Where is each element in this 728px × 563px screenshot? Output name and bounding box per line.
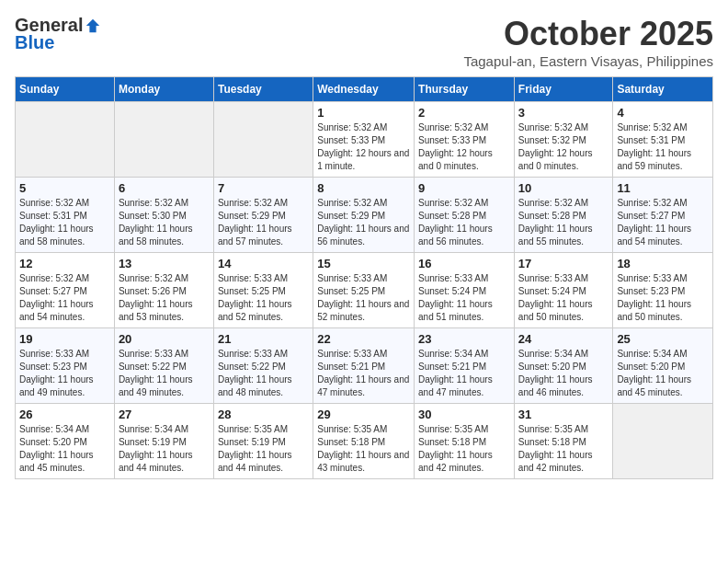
location-title: Tagapul-an, Eastern Visayas, Philippines [463, 53, 713, 69]
calendar-cell: 25Sunrise: 5:34 AMSunset: 5:20 PMDayligh… [613, 328, 713, 404]
day-number: 26 [19, 408, 110, 421]
day-info: Sunrise: 5:33 AMSunset: 5:22 PMDaylight:… [119, 348, 210, 399]
calendar-cell: 5Sunrise: 5:32 AMSunset: 5:31 PMDaylight… [16, 178, 115, 253]
day-number: 7 [218, 181, 309, 195]
logo: General Blue [15, 15, 101, 53]
week-row-5: 26Sunrise: 5:34 AMSunset: 5:20 PMDayligh… [16, 404, 713, 479]
day-info: Sunrise: 5:35 AMSunset: 5:18 PMDaylight:… [418, 423, 510, 475]
calendar-cell [613, 404, 713, 479]
day-number: 19 [19, 332, 110, 346]
day-info: Sunrise: 5:34 AMSunset: 5:21 PMDaylight:… [418, 348, 510, 399]
day-info: Sunrise: 5:32 AMSunset: 5:27 PMDaylight:… [617, 197, 709, 248]
calendar-cell: 31Sunrise: 5:35 AMSunset: 5:18 PMDayligh… [514, 404, 613, 479]
day-number: 30 [418, 408, 510, 421]
calendar-cell: 6Sunrise: 5:32 AMSunset: 5:30 PMDaylight… [114, 178, 213, 253]
calendar-cell: 2Sunrise: 5:32 AMSunset: 5:33 PMDaylight… [415, 102, 515, 178]
day-number: 27 [119, 408, 210, 421]
day-number: 4 [617, 106, 709, 120]
day-number: 28 [218, 408, 309, 421]
day-number: 24 [518, 332, 609, 346]
day-number: 29 [317, 408, 410, 421]
calendar-cell: 22Sunrise: 5:33 AMSunset: 5:21 PMDayligh… [313, 328, 415, 404]
day-info: Sunrise: 5:35 AMSunset: 5:19 PMDaylight:… [218, 423, 309, 475]
day-info: Sunrise: 5:35 AMSunset: 5:18 PMDaylight:… [518, 423, 609, 475]
day-number: 12 [19, 257, 110, 270]
day-info: Sunrise: 5:33 AMSunset: 5:23 PMDaylight:… [19, 348, 110, 399]
calendar-cell: 16Sunrise: 5:33 AMSunset: 5:24 PMDayligh… [415, 253, 515, 328]
calendar-cell: 4Sunrise: 5:32 AMSunset: 5:31 PMDaylight… [613, 102, 713, 178]
day-number: 25 [617, 332, 709, 346]
calendar-body: 1Sunrise: 5:32 AMSunset: 5:33 PMDaylight… [16, 102, 713, 479]
week-row-3: 12Sunrise: 5:32 AMSunset: 5:27 PMDayligh… [16, 253, 713, 328]
day-info: Sunrise: 5:33 AMSunset: 5:24 PMDaylight:… [518, 272, 609, 324]
logo-icon [85, 17, 101, 34]
day-info: Sunrise: 5:33 AMSunset: 5:21 PMDaylight:… [317, 348, 410, 399]
day-info: Sunrise: 5:34 AMSunset: 5:20 PMDaylight:… [617, 348, 709, 399]
week-row-2: 5Sunrise: 5:32 AMSunset: 5:31 PMDaylight… [16, 178, 713, 253]
column-header-friday: Friday [514, 77, 613, 102]
calendar-cell: 12Sunrise: 5:32 AMSunset: 5:27 PMDayligh… [16, 253, 115, 328]
day-info: Sunrise: 5:32 AMSunset: 5:28 PMDaylight:… [518, 197, 609, 248]
calendar-cell: 28Sunrise: 5:35 AMSunset: 5:19 PMDayligh… [213, 404, 313, 479]
day-info: Sunrise: 5:34 AMSunset: 5:19 PMDaylight:… [119, 423, 210, 475]
day-info: Sunrise: 5:32 AMSunset: 5:28 PMDaylight:… [418, 197, 510, 248]
day-info: Sunrise: 5:32 AMSunset: 5:33 PMDaylight:… [418, 121, 510, 173]
day-number: 11 [617, 181, 709, 195]
day-info: Sunrise: 5:32 AMSunset: 5:26 PMDaylight:… [119, 272, 210, 324]
day-info: Sunrise: 5:32 AMSunset: 5:31 PMDaylight:… [19, 197, 110, 248]
title-block: October 2025 Tagapul-an, Eastern Visayas… [463, 15, 713, 69]
day-info: Sunrise: 5:32 AMSunset: 5:33 PMDaylight:… [317, 121, 410, 173]
day-info: Sunrise: 5:34 AMSunset: 5:20 PMDaylight:… [518, 348, 609, 399]
calendar-cell: 21Sunrise: 5:33 AMSunset: 5:22 PMDayligh… [213, 328, 313, 404]
calendar-cell: 23Sunrise: 5:34 AMSunset: 5:21 PMDayligh… [415, 328, 515, 404]
day-number: 21 [218, 332, 309, 346]
month-title: October 2025 [463, 15, 713, 53]
day-info: Sunrise: 5:32 AMSunset: 5:32 PMDaylight:… [518, 121, 609, 173]
column-header-saturday: Saturday [613, 77, 713, 102]
day-number: 23 [418, 332, 510, 346]
day-number: 8 [317, 181, 410, 195]
day-info: Sunrise: 5:33 AMSunset: 5:24 PMDaylight:… [418, 272, 510, 324]
page-header: General Blue October 2025 Tagapul-an, Ea… [15, 15, 713, 69]
calendar-cell: 11Sunrise: 5:32 AMSunset: 5:27 PMDayligh… [613, 178, 713, 253]
column-header-wednesday: Wednesday [313, 77, 415, 102]
calendar-cell: 24Sunrise: 5:34 AMSunset: 5:20 PMDayligh… [514, 328, 613, 404]
svg-marker-0 [86, 18, 99, 31]
logo-blue-text: Blue [15, 32, 54, 52]
calendar-cell: 9Sunrise: 5:32 AMSunset: 5:28 PMDaylight… [415, 178, 515, 253]
day-number: 3 [518, 106, 609, 120]
calendar-cell [16, 102, 115, 178]
calendar-cell: 29Sunrise: 5:35 AMSunset: 5:18 PMDayligh… [313, 404, 415, 479]
day-info: Sunrise: 5:32 AMSunset: 5:27 PMDaylight:… [19, 272, 110, 324]
day-info: Sunrise: 5:33 AMSunset: 5:25 PMDaylight:… [218, 272, 309, 324]
day-info: Sunrise: 5:34 AMSunset: 5:20 PMDaylight:… [19, 423, 110, 475]
calendar-cell: 27Sunrise: 5:34 AMSunset: 5:19 PMDayligh… [114, 404, 213, 479]
calendar-cell: 15Sunrise: 5:33 AMSunset: 5:25 PMDayligh… [313, 253, 415, 328]
calendar-cell [114, 102, 213, 178]
day-number: 10 [518, 181, 609, 195]
day-info: Sunrise: 5:35 AMSunset: 5:18 PMDaylight:… [317, 423, 410, 475]
day-number: 15 [317, 257, 410, 270]
day-number: 1 [317, 106, 410, 120]
calendar-table: SundayMondayTuesdayWednesdayThursdayFrid… [15, 76, 713, 479]
week-row-4: 19Sunrise: 5:33 AMSunset: 5:23 PMDayligh… [16, 328, 713, 404]
day-info: Sunrise: 5:33 AMSunset: 5:23 PMDaylight:… [617, 272, 709, 324]
calendar-cell: 26Sunrise: 5:34 AMSunset: 5:20 PMDayligh… [16, 404, 115, 479]
day-number: 31 [518, 408, 609, 421]
calendar-header-row: SundayMondayTuesdayWednesdayThursdayFrid… [16, 77, 713, 102]
calendar-cell [213, 102, 313, 178]
column-header-tuesday: Tuesday [213, 77, 313, 102]
calendar-cell: 3Sunrise: 5:32 AMSunset: 5:32 PMDaylight… [514, 102, 613, 178]
day-info: Sunrise: 5:32 AMSunset: 5:29 PMDaylight:… [317, 197, 410, 248]
day-info: Sunrise: 5:33 AMSunset: 5:25 PMDaylight:… [317, 272, 410, 324]
day-info: Sunrise: 5:32 AMSunset: 5:29 PMDaylight:… [218, 197, 309, 248]
calendar-cell: 18Sunrise: 5:33 AMSunset: 5:23 PMDayligh… [613, 253, 713, 328]
day-number: 20 [119, 332, 210, 346]
week-row-1: 1Sunrise: 5:32 AMSunset: 5:33 PMDaylight… [16, 102, 713, 178]
day-info: Sunrise: 5:33 AMSunset: 5:22 PMDaylight:… [218, 348, 309, 399]
calendar-cell: 7Sunrise: 5:32 AMSunset: 5:29 PMDaylight… [213, 178, 313, 253]
calendar-cell: 17Sunrise: 5:33 AMSunset: 5:24 PMDayligh… [514, 253, 613, 328]
day-number: 9 [418, 181, 510, 195]
day-number: 18 [617, 257, 709, 270]
column-header-thursday: Thursday [415, 77, 515, 102]
